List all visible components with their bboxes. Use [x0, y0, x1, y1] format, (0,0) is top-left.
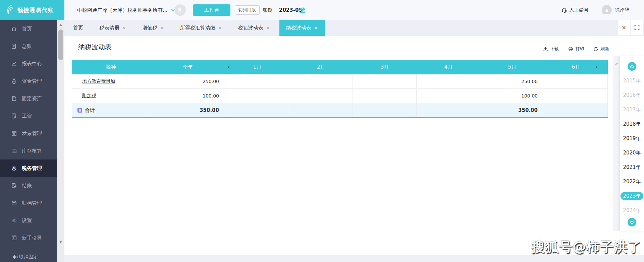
tab-tax-payment-fluctuation[interactable]: 纳税波动表 × [279, 20, 325, 36]
tax-type-link[interactable]: 附加税 [82, 93, 96, 99]
tab-close-icon[interactable]: × [122, 25, 126, 30]
total-annual-value: 350.00 [150, 103, 225, 117]
report-toolbar: 下载 打印 刷新 [543, 46, 609, 52]
tab-label: 增值税 [142, 25, 157, 31]
sidebar-item-label: 税务管理 [22, 165, 42, 172]
year-item-2022[interactable]: 2022年 [620, 175, 644, 189]
years-scroll-down-button[interactable] [628, 218, 636, 226]
unpin-sidebar-button[interactable]: 取消固定 [12, 254, 38, 260]
total-month-value [289, 103, 353, 117]
year-item-2017: 2017年 [620, 103, 644, 117]
column-header-mar: 3月 [353, 60, 417, 74]
table-header-row: 税种 全年 1月 2月 3月 4月 5月 6月 ‹ › [72, 60, 608, 74]
sidebar-item-settings[interactable]: 设置 [0, 212, 57, 229]
sidebar-item-general-ledger[interactable]: ¥ 总账 [0, 38, 57, 55]
month-value: 100.00 [480, 89, 544, 103]
brand-block[interactable]: 畅捷通易代账 [0, 0, 64, 20]
next-months-arrow-icon[interactable]: › [595, 60, 598, 74]
year-item-2021[interactable]: 2021年 [620, 160, 644, 175]
column-header-jun: 6月 [544, 60, 608, 74]
sidebar-item-archive[interactable]: 归档管理 [0, 194, 57, 212]
tab-close-icon[interactable]: × [218, 25, 222, 30]
sidebar-item-funds[interactable]: ¥ 资金管理 [0, 72, 57, 90]
month-value [353, 74, 417, 88]
tax-icon: 税 [11, 165, 17, 172]
year-item-2024: 2024年 [620, 203, 644, 218]
year-item-2023-selected[interactable]: 2023年 [620, 189, 644, 203]
total-month-value [544, 103, 608, 117]
month-value: 250.00 [480, 74, 544, 88]
sidebar-item-inventory[interactable]: 库存核算 [0, 142, 57, 159]
top-header: 畅捷通易代账 中税网通广泽（天津）税务师事务所有... 工作台 切到旧版 账期 … [0, 0, 644, 20]
year-item-2019[interactable]: 2019年 [620, 131, 644, 146]
double-chevron-right-icon: » [613, 56, 620, 71]
print-button[interactable]: 打印 [568, 46, 584, 52]
calendar-icon[interactable] [299, 7, 306, 13]
tab-close-icon[interactable]: × [314, 25, 318, 30]
sidebar-item-invoice[interactable]: 发票管理 [0, 125, 57, 142]
sidebar-item-tax-management[interactable]: 税 税务管理 [0, 159, 57, 177]
live-support-button[interactable]: 人工咨询 [561, 7, 588, 13]
column-header-jan: 1月 [225, 60, 289, 74]
scrollbar-thumb[interactable] [58, 29, 63, 60]
switch-old-version-button[interactable]: 切到旧版 [235, 5, 260, 15]
year-panel-collapse-strip[interactable]: » [613, 56, 620, 231]
scroll-down-arrow-icon[interactable]: ▼ [57, 241, 64, 244]
username[interactable]: 徐泽华 [615, 7, 629, 13]
scroll-up-arrow-icon[interactable]: ▲ [57, 23, 64, 26]
tab-label: 首页 [73, 25, 83, 31]
tab-income-tax-settlement[interactable]: 所得税汇算清缴 × [173, 20, 229, 36]
refresh-button[interactable]: 刷新 [593, 46, 609, 52]
sidebar-item-beginner-guide[interactable]: 新手引导 [0, 229, 57, 247]
tax-fluctuation-table: 税种 全年 1月 2月 3月 4月 5月 6月 ‹ › 地方教育费附加 250.… [72, 60, 608, 118]
sidebar-item-label: 资金管理 [22, 78, 42, 84]
company-selector[interactable]: 中税网通广泽（天津）税务师事务所有... [77, 0, 175, 20]
total-month-value: 350.00 [480, 103, 544, 117]
sidebar-item-label: 结账 [22, 183, 32, 189]
month-value [225, 89, 289, 103]
year-item-2016: 2016年 [620, 88, 644, 103]
sidebar-item-home[interactable]: 首页 [0, 20, 57, 38]
tab-tax-form-register[interactable]: 税表清册 × [93, 20, 133, 36]
total-calculator-icon: ▦ [77, 108, 82, 113]
sidebar-item-label: 新手引导 [22, 235, 42, 241]
tab-vat[interactable]: 增值税 × [136, 20, 171, 36]
sidebar-item-closing[interactable]: ¥ 结账 [0, 177, 57, 194]
sidebar: 首页 ¥ 总账 报表中心 ¥ 资金管理 固定资产 工资 发票管理 库存核算 [0, 20, 57, 262]
svg-text:¥: ¥ [13, 184, 14, 186]
year-item-2018[interactable]: 2018年 [620, 117, 644, 131]
year-item-2020[interactable]: 2020年 [620, 146, 644, 160]
tab-label: 税负波动表 [238, 25, 263, 31]
month-value [289, 89, 353, 103]
notepad-icon[interactable] [174, 4, 186, 16]
gear-icon [11, 217, 17, 224]
sidebar-item-report-center[interactable]: 报表中心 [0, 55, 57, 72]
fullscreen-icon[interactable] [631, 20, 643, 35]
tax-type-link[interactable]: 地方教育费附加 [82, 78, 115, 84]
table-row: 地方教育费附加 250.00 250.00 [72, 74, 608, 89]
tab-home[interactable]: 首页 [66, 20, 90, 36]
workbench-button[interactable]: 工作台 [193, 4, 230, 16]
period-value[interactable]: 2023-05 [279, 0, 302, 20]
tab-close-icon[interactable]: × [160, 25, 164, 30]
month-value [544, 89, 608, 103]
sidebar-scrollbar: ▲ ▼ [57, 20, 64, 262]
column-header-apr: 4月 [417, 60, 480, 74]
tab-tax-burden-fluctuation[interactable]: 税负波动表 × [231, 20, 277, 36]
sidebar-item-fixed-assets[interactable]: 固定资产 [0, 90, 57, 107]
sidebar-item-label: 发票管理 [22, 130, 42, 137]
download-button[interactable]: 下载 [543, 46, 559, 52]
close-all-tabs-button[interactable]: × [618, 20, 630, 35]
tab-close-icon[interactable]: × [266, 25, 270, 30]
sidebar-item-payroll[interactable]: 工资 [0, 107, 57, 125]
company-name: 中税网通广泽（天津）税务师事务所有... [77, 7, 167, 13]
svg-text:税: 税 [12, 166, 16, 170]
svg-text:¥: ¥ [14, 46, 16, 49]
printer-icon [568, 47, 573, 52]
prev-months-arrow-icon[interactable]: ‹ [227, 60, 230, 74]
avatar[interactable] [602, 5, 612, 15]
years-scroll-up-button[interactable] [628, 62, 636, 71]
header-right-cluster: 人工咨询 徐泽华 [561, 0, 629, 20]
total-month-value [225, 103, 289, 117]
payroll-icon [11, 113, 17, 119]
